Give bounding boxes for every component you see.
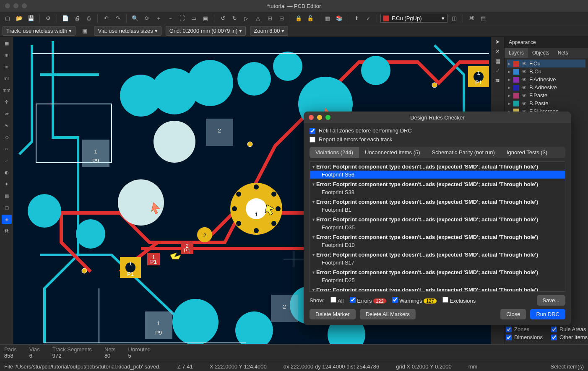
scripting-icon[interactable]: ⌘ [466,13,476,23]
mirror-v-icon[interactable]: △ [253,13,263,23]
open-icon[interactable]: 📂 [14,13,24,23]
error-item[interactable]: ▾Error: Footprint component type doesn't… [310,233,565,241]
disclosure-icon[interactable]: ▾ [312,217,315,222]
group-icon[interactable]: ⊞ [265,13,275,23]
error-child[interactable]: Footprint B1 [310,206,565,214]
highlight-net-icon[interactable]: ✕ [495,48,500,54]
cursor-shape-icon[interactable]: ✛ [2,97,12,106]
lock-icon[interactable]: 🔒 [294,13,304,23]
error-child[interactable]: Footprint S17 [310,259,565,267]
outline-mode-icon[interactable]: ◇ [2,132,12,142]
show-warnings-checkbox[interactable]: Warnings 127 [392,297,437,304]
zone-display-icon[interactable]: ▧ [2,191,12,200]
error-item[interactable]: ▾Error: Footprint component type doesn't… [310,286,565,292]
rule-areas-checkbox[interactable]: Rule Areas [551,326,588,332]
units-in-icon[interactable]: in [2,62,12,71]
visibility-icon[interactable]: 👁 [522,101,527,106]
select-tool-icon[interactable]: ➤ [495,39,500,45]
route-diff-pair-icon[interactable]: ≋ [495,77,500,83]
disclosure-icon[interactable]: ▾ [312,235,315,239]
minimize-icon[interactable] [13,3,18,8]
error-child[interactable]: Footprint D35 [310,223,565,231]
print-icon[interactable]: 🖨 [72,13,82,23]
maximize-icon[interactable] [22,3,27,8]
visibility-icon[interactable]: 👁 [522,85,527,91]
zoom-refresh-icon[interactable]: ⟳ [142,13,152,23]
route-track-icon[interactable]: ⟋ [495,67,500,74]
auto-track-width-icon[interactable]: ▣ [80,26,90,36]
track-outline-icon[interactable]: ⟋ [2,156,12,165]
layer-row[interactable]: ▸👁F.Adhesive [507,75,585,83]
maximize-icon[interactable] [325,115,330,120]
zoom-window-icon[interactable]: ▭ [189,13,199,23]
dialog-window-controls[interactable] [304,115,330,120]
delete-marker-button[interactable]: Delete Marker [310,309,356,319]
polar-coords-icon[interactable]: ⊕ [2,50,12,60]
minimize-icon[interactable] [317,115,322,120]
find-icon[interactable]: 🔍 [130,13,140,23]
layers-manager-icon[interactable]: ◈ [2,215,12,224]
properties-icon[interactable]: ▤ [478,13,488,23]
tab-ignored[interactable]: Ignored Tests (3) [501,147,553,158]
local-ratsnest-icon[interactable]: ▦ [495,58,500,64]
close-button[interactable]: Close [500,309,526,319]
zones-checkbox[interactable]: Zones [506,326,543,332]
other-items-checkbox[interactable]: Other items [551,334,588,340]
grid-toggle-icon[interactable]: ▦ [2,39,12,48]
error-child[interactable]: Footprint S56 [310,171,565,179]
error-child[interactable]: Footprint S38 [310,188,565,196]
disclosure-icon[interactable]: ▾ [312,182,315,187]
tab-nets[interactable]: Nets [554,48,572,58]
violations-list[interactable]: ▾Error: Footprint component type doesn't… [310,161,565,292]
zoom-out-icon[interactable]: － [165,13,175,23]
zoom-in-icon[interactable]: ＋ [154,13,164,23]
layer-row[interactable]: ▸👁B.Cu [507,67,585,75]
run-drc-button[interactable]: Run DRC [530,309,565,319]
show-errors-checkbox[interactable]: Errors 122 [350,297,386,304]
close-icon[interactable] [5,3,10,8]
disclosure-icon[interactable]: ▾ [312,252,315,257]
disclosure-icon[interactable]: ▾ [312,288,315,292]
window-controls[interactable] [0,3,27,8]
redo-icon[interactable]: ↷ [113,13,123,23]
footprint-editor-icon[interactable]: ▦ [323,13,333,23]
error-child[interactable]: Footprint D25 [310,276,565,284]
track-width-dropdown[interactable]: Track: use netclass width▾ [3,26,75,36]
via-size-dropdown[interactable]: Via: use netclass sizes▾ [94,26,161,36]
error-item[interactable]: ▾Error: Footprint component type doesn't… [310,251,565,259]
pad-outline-icon[interactable]: ▢ [2,203,12,212]
ratsnest-curved-icon[interactable]: ∿ [2,121,12,130]
grid-dropdown[interactable]: Grid: 0.2000 mm (0.0079 in)▾ [166,26,246,36]
visibility-icon[interactable]: 👁 [522,61,527,67]
visibility-icon[interactable]: 👁 [522,93,527,99]
visibility-icon[interactable]: 👁 [522,69,527,75]
tab-layers[interactable]: Layers [505,48,528,58]
close-icon[interactable] [309,115,314,120]
tools-icon[interactable]: 🛠 [2,226,12,236]
disclosure-icon[interactable]: ▾ [312,200,315,204]
zoom-dropdown[interactable]: Zoom 8.00▾ [250,26,288,36]
board-setup-icon[interactable]: ⚙ [43,13,53,23]
error-child[interactable]: Footprint D10 [310,241,565,249]
unlock-icon[interactable]: 🔓 [305,13,315,23]
refill-zones-checkbox[interactable]: Refill all zones before performing DRC [310,127,565,134]
save-icon[interactable]: 💾 [26,13,36,23]
zoom-selection-icon[interactable]: ▣ [200,13,211,23]
layer-selector[interactable]: F.Cu (PgUp) ▾ [380,14,448,23]
disclosure-icon[interactable]: ▾ [312,164,315,169]
zoom-fit-icon[interactable]: ⛶ [177,13,187,23]
layer-pair-icon[interactable]: ◫ [449,13,459,23]
undo-icon[interactable]: ↶ [101,13,111,23]
error-item[interactable]: ▾Error: Footprint component type doesn't… [310,180,565,188]
error-item[interactable]: ▾Error: Footprint component type doesn't… [310,163,565,171]
new-icon[interactable]: ▢ [3,13,13,23]
tab-violations[interactable]: Violations (244) [310,147,359,158]
layer-row[interactable]: ▸👁F.Paste [507,91,585,99]
via-outline-icon[interactable]: ○ [2,144,12,153]
tab-objects[interactable]: Objects [528,48,554,58]
layer-row[interactable]: ▸👁B.Paste [507,99,585,107]
plot-icon[interactable]: ⎙ [84,13,94,23]
layer-row[interactable]: ▸👁B.Adhesive [507,83,585,91]
rotate-cw-icon[interactable]: ↻ [229,13,239,23]
visibility-icon[interactable]: 👁 [522,77,527,83]
